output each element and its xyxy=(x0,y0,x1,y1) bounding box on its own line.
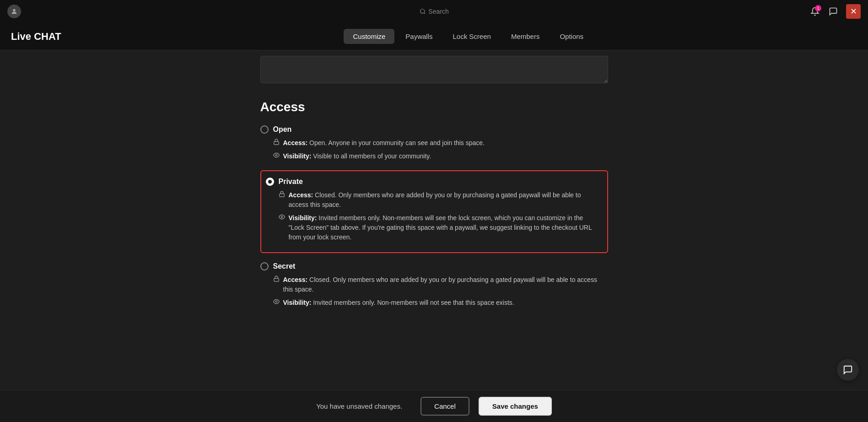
open-access-row: Access: Open. Anyone in your community c… xyxy=(273,138,608,148)
chat-bubble-button[interactable] xyxy=(837,359,859,381)
avatar-icon[interactable] xyxy=(7,5,21,18)
svg-point-0 xyxy=(13,9,15,11)
svg-point-4 xyxy=(275,154,277,156)
access-section: Access Open Access: Open. Anyone in your… xyxy=(260,100,608,308)
eye-icon-open xyxy=(273,152,280,160)
tab-lock-screen[interactable]: Lock Screen xyxy=(444,29,500,44)
search-bar[interactable]: Search xyxy=(419,8,448,15)
svg-point-1 xyxy=(420,9,424,13)
secret-visibility-text: Visibility: Invited members only. Non-me… xyxy=(283,298,514,308)
tab-options[interactable]: Options xyxy=(550,29,593,44)
private-details: Access: Closed. Only members who are add… xyxy=(279,190,601,242)
topbar: Search 1 ✕ xyxy=(0,0,868,23)
private-visibility-row: Visibility: Invited members only. Non-me… xyxy=(279,213,601,242)
cancel-button[interactable]: Cancel xyxy=(421,397,469,416)
description-textarea[interactable] xyxy=(260,56,608,83)
svg-line-2 xyxy=(424,13,425,14)
lock-icon-secret xyxy=(273,276,280,283)
private-radio[interactable] xyxy=(266,178,274,186)
search-placeholder: Search xyxy=(428,8,448,15)
secret-details: Access: Closed. Only members who are add… xyxy=(273,275,608,308)
textarea-container xyxy=(260,50,608,85)
nav-tabs: Customize Paywalls Lock Screen Members O… xyxy=(344,29,593,44)
private-label: Private xyxy=(279,178,303,186)
svg-rect-7 xyxy=(274,278,279,281)
close-button[interactable]: ✕ xyxy=(846,4,861,19)
nav-header: Live CHAT Customize Paywalls Lock Screen… xyxy=(0,23,868,50)
secret-radio[interactable] xyxy=(260,262,269,271)
tab-paywalls[interactable]: Paywalls xyxy=(396,29,442,44)
notification-badge: 1 xyxy=(815,5,821,11)
svg-rect-3 xyxy=(274,141,279,144)
svg-point-8 xyxy=(275,301,277,303)
eye-icon-private xyxy=(279,214,285,222)
private-header: Private xyxy=(266,178,601,186)
private-access-text: Access: Closed. Only members who are add… xyxy=(289,190,601,210)
access-title: Access xyxy=(260,100,608,114)
main-content: Access Open Access: Open. Anyone in your… xyxy=(0,50,868,390)
unsaved-changes-text: You have unsaved changes. xyxy=(316,402,402,410)
open-details: Access: Open. Anyone in your community c… xyxy=(273,138,608,161)
lock-icon-open xyxy=(273,139,280,146)
topbar-right: 1 ✕ xyxy=(809,4,861,19)
messages-icon[interactable] xyxy=(828,6,839,17)
private-access-row: Access: Closed. Only members who are add… xyxy=(279,190,601,210)
private-visibility-text: Visibility: Invited members only. Non-me… xyxy=(289,213,601,242)
tab-customize[interactable]: Customize xyxy=(344,29,394,44)
access-option-private: Private Access: Closed. Only members who… xyxy=(260,170,608,253)
open-header: Open xyxy=(260,125,608,134)
svg-point-6 xyxy=(281,216,283,218)
eye-icon-secret xyxy=(273,298,280,306)
notification-icon[interactable]: 1 xyxy=(809,6,820,17)
open-visibility-row: Visibility: Visible to all members of yo… xyxy=(273,151,608,161)
secret-access-text: Access: Closed. Only members who are add… xyxy=(283,275,608,294)
open-visibility-text: Visibility: Visible to all members of yo… xyxy=(283,151,431,161)
secret-label: Secret xyxy=(273,262,296,271)
tab-members[interactable]: Members xyxy=(502,29,549,44)
secret-header: Secret xyxy=(260,262,608,271)
open-access-text: Access: Open. Anyone in your community c… xyxy=(283,138,485,148)
open-radio[interactable] xyxy=(260,125,269,134)
access-option-open: Open Access: Open. Anyone in your commun… xyxy=(260,125,608,161)
secret-access-row: Access: Closed. Only members who are add… xyxy=(273,275,608,294)
open-label: Open xyxy=(273,125,292,134)
footer-bar: You have unsaved changes. Cancel Save ch… xyxy=(0,390,868,422)
brand-title: Live CHAT xyxy=(11,31,61,43)
save-button[interactable]: Save changes xyxy=(479,397,552,416)
svg-rect-5 xyxy=(279,194,284,196)
secret-visibility-row: Visibility: Invited members only. Non-me… xyxy=(273,298,608,308)
lock-icon-private xyxy=(279,191,285,199)
access-option-secret: Secret Access: Closed. Only members who … xyxy=(260,262,608,308)
